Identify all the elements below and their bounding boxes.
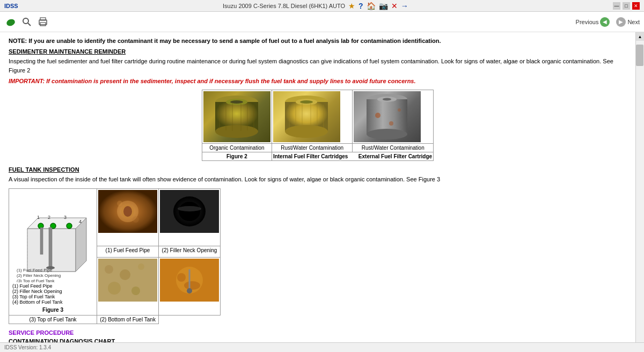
home-icon[interactable]: 🏠 [367, 2, 376, 10]
svg-point-36 [398, 108, 401, 112]
version-text: IDSS Version: 1.3.4 [4, 344, 51, 350]
figure2-cap3: Rust/Water Contamination [353, 144, 434, 152]
scrollbar[interactable]: ▲ ▼ [635, 32, 644, 352]
main-content: NOTE: If you are unable to identify the … [0, 32, 644, 352]
svg-point-72 [131, 287, 140, 295]
figure3-cap3: (3) Top of Fuel Tank [9, 315, 97, 324]
vehicle-info: Isuzu 2009 C-Series 7.8L Diesel (6HK1) A… [223, 3, 345, 9]
leaf-icon[interactable] [4, 16, 17, 28]
figure3-img2-cell [159, 188, 221, 246]
figure2-img1 [203, 91, 270, 142]
figure2-label: Figure 2 [226, 153, 247, 159]
sedimenter-header: SEDIMENTER MAINTENANCE REMINDER [9, 48, 627, 55]
svg-point-9 [215, 125, 258, 138]
fig3-dcap2: (2) Filler Neck Opening [12, 289, 93, 294]
help-icon[interactable]: ? [358, 2, 363, 10]
app-name: IDSS [4, 3, 18, 9]
svg-text:(3) Top of Fuel Tank: (3) Top of Fuel Tank [17, 278, 55, 282]
maximize-button[interactable]: □ [623, 2, 630, 10]
svg-point-35 [389, 121, 393, 126]
figure2-bold-caption: Internal Fuel Filter Cartridges External… [272, 152, 433, 161]
figure2-img1-cell [202, 90, 272, 144]
figure2-img2-cell [272, 90, 353, 144]
sedimenter-body: Inspecting the fuel sedimenter and fuel … [9, 57, 627, 75]
fuel-tank-body: A visual inspection of the inside of the… [9, 175, 627, 184]
figure3-img1 [98, 190, 157, 233]
camera-icon[interactable]: 📷 [379, 2, 388, 10]
svg-point-76 [177, 273, 186, 282]
fig3-dcap1: (1) Fuel Feed Pipe [12, 283, 93, 289]
figure3-table: 1 2 3 4 [9, 188, 221, 324]
svg-point-77 [184, 281, 200, 290]
minimize-button[interactable]: — [613, 2, 620, 10]
svg-point-20 [285, 125, 328, 138]
figure3-cap2: (2) Filler Neck Opening [159, 246, 221, 257]
toolbar-left [4, 16, 49, 28]
next-arrow-icon: ▶ [616, 17, 626, 27]
figure2-int-caption: Internal Fuel Filter Cartridges [273, 153, 348, 159]
arrow-icon[interactable]: → [401, 2, 408, 10]
svg-rect-67 [98, 259, 157, 302]
navigation-buttons: Previous ◀ ▶ Next [576, 17, 640, 27]
svg-point-68 [105, 265, 113, 274]
svg-text:2: 2 [48, 215, 50, 220]
figure3-cap1: (1) Fuel Feed Pipe [97, 246, 159, 257]
svg-line-3 [28, 23, 31, 26]
svg-rect-6 [40, 23, 46, 26]
content-area: NOTE: If you are unable to identify the … [0, 32, 635, 352]
figure2-img3 [354, 91, 421, 142]
figure3-img3-cell [97, 257, 159, 315]
search-icon[interactable] [20, 16, 33, 28]
figure3-container: 1 2 3 4 [9, 188, 627, 324]
next-button[interactable]: ▶ Next [616, 17, 640, 27]
svg-point-31 [367, 129, 407, 140]
figure2-cap2: Rust/Water Contamination [272, 144, 353, 152]
figure2-img3-cell [353, 90, 434, 144]
title-bar: IDSS Isuzu 2009 C-Series 7.8L Diesel (6H… [0, 0, 644, 12]
svg-point-70 [138, 263, 144, 270]
svg-point-59 [123, 206, 132, 217]
close-x-icon[interactable]: ✕ [391, 2, 398, 10]
figure2-label-cell: Figure 2 [202, 152, 272, 161]
svg-text:(1) Fuel Feed Pipe: (1) Fuel Feed Pipe [17, 268, 53, 273]
svg-point-69 [120, 269, 130, 280]
svg-point-47 [67, 223, 72, 229]
toolbar: Previous ◀ ▶ Next [0, 12, 644, 32]
svg-point-71 [108, 282, 121, 295]
svg-text:1: 1 [37, 215, 40, 220]
scroll-thumb[interactable] [636, 45, 643, 66]
figure3-diagram-cell: 1 2 3 4 [9, 188, 97, 315]
status-bar: IDSS Version: 1.3.4 [0, 342, 644, 352]
svg-point-34 [375, 113, 380, 118]
note-text: NOTE: If you are unable to identify the … [9, 38, 627, 44]
figure3-cap4: (2) Bottom of Fuel Tank [97, 315, 159, 324]
svg-rect-50 [40, 228, 43, 254]
figure3-label: Figure 3 [11, 307, 94, 313]
svg-point-33 [383, 98, 391, 101]
previous-button[interactable]: Previous ◀ [576, 17, 610, 27]
figure3-img2 [160, 190, 219, 233]
svg-point-79 [187, 288, 192, 294]
scroll-up-arrow[interactable]: ▲ [636, 32, 645, 41]
important-text: IMPORTANT: If contamination is present i… [9, 78, 627, 84]
svg-rect-49 [49, 228, 52, 268]
figure3-img4 [160, 259, 219, 302]
figure3-img1-cell [97, 188, 159, 246]
svg-text:4: 4 [79, 219, 82, 224]
svg-text:3: 3 [64, 215, 67, 220]
figure3-img4-cell [159, 257, 221, 315]
star-icon[interactable]: ★ [348, 2, 355, 10]
svg-text:(2) Filler Neck Opening: (2) Filler Neck Opening [17, 273, 61, 278]
svg-point-2 [23, 18, 28, 24]
figure2-container: Organic Contamination Rust/Water Contami… [9, 90, 627, 161]
svg-point-61 [133, 216, 139, 223]
print-icon[interactable] [36, 16, 49, 28]
figure2-cap1: Organic Contamination [202, 144, 272, 152]
close-button[interactable]: ✕ [632, 2, 640, 10]
svg-point-60 [117, 201, 122, 206]
figure2-ext-caption: External Fuel Filter Cartridge [358, 153, 432, 159]
fuel-tank-header: FUEL TANK INSPECTION [9, 166, 627, 173]
fig3-dcap3: (3) Top of Fuel Tank [12, 294, 93, 299]
figure3-diagram-svg: 1 2 3 4 [11, 191, 94, 282]
svg-point-65 [178, 206, 201, 211]
